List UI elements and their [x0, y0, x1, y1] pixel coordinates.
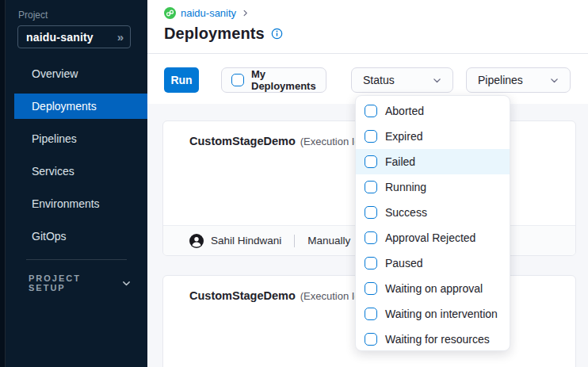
page-title: Deployments [164, 25, 265, 43]
status-filter-menu: Aborted Expired Failed Running Success A… [355, 95, 510, 351]
chevron-right-icon [241, 9, 250, 17]
status-option-success[interactable]: Success [356, 200, 510, 225]
pipeline-name: CustomStageDemo [189, 289, 296, 302]
project-selector-value: naidu-sanity [26, 31, 117, 44]
status-option-paused[interactable]: Paused [356, 250, 510, 276]
run-button[interactable]: Run [164, 67, 199, 93]
deployment-title: CustomStageDemo (Execution Id [189, 135, 361, 147]
status-checkbox[interactable] [365, 105, 377, 117]
double-chevron-right-icon[interactable]: » [117, 31, 124, 43]
sidebar: Project naidu-sanity » Overview Deployme… [0, 0, 147, 367]
project-setup-toggle[interactable]: PROJECT SETUP [29, 273, 132, 292]
project-label: Project [18, 10, 48, 21]
status-checkbox[interactable] [365, 257, 377, 270]
status-option-waiting-for-resources[interactable]: Waiting for resources [356, 327, 510, 352]
triggered-by-user: Sahil Hindwani [211, 235, 281, 247]
sidebar-item-environments[interactable]: Environments [14, 191, 147, 216]
status-checkbox[interactable] [365, 181, 377, 193]
deployment-title: CustomStageDemo (Execution Id [189, 289, 361, 302]
project-selector[interactable]: naidu-sanity » [17, 25, 131, 48]
trigger-type: Manually [307, 235, 350, 247]
status-checkbox[interactable] [365, 206, 377, 219]
sidebar-item-overview[interactable]: Overview [14, 61, 147, 86]
status-option-waiting-on-approval[interactable]: Waiting on approval [356, 276, 510, 301]
status-option-waiting-on-intervention[interactable]: Waiting on intervention [356, 301, 510, 327]
sidebar-item-gitops[interactable]: GitOps [14, 224, 147, 249]
status-option-running[interactable]: Running [356, 174, 510, 200]
status-checkbox[interactable] [365, 155, 377, 168]
sidebar-divider [26, 259, 127, 260]
chevron-down-icon [432, 75, 442, 86]
execution-id: (Execution Id [300, 290, 361, 302]
status-checkbox[interactable] [365, 282, 377, 295]
avatar-icon [189, 234, 204, 248]
status-filter-dropdown-button[interactable]: Status [351, 67, 453, 93]
status-checkbox[interactable] [365, 231, 377, 244]
project-link-icon [164, 7, 176, 19]
status-checkbox[interactable] [365, 130, 377, 143]
sidebar-item-services[interactable]: Services [14, 159, 147, 184]
status-checkbox[interactable] [365, 333, 377, 346]
pipelines-filter-dropdown-button[interactable]: Pipelines [466, 67, 571, 93]
chevron-down-icon [549, 75, 559, 86]
sidebar-item-deployments[interactable]: Deployments [14, 94, 147, 119]
status-option-failed[interactable]: Failed [356, 149, 510, 174]
page-header: naidu-sanity Deployments [147, 0, 588, 54]
breadcrumb-project-link[interactable]: naidu-sanity [181, 7, 236, 19]
pipeline-name: CustomStageDemo [189, 135, 296, 147]
breadcrumb: naidu-sanity [164, 7, 250, 19]
deployments-page: Project naidu-sanity » Overview Deployme… [0, 0, 588, 367]
status-checkbox[interactable] [365, 308, 377, 320]
title-row: Deployments [164, 25, 283, 43]
sidebar-item-pipelines[interactable]: Pipelines [14, 126, 147, 151]
execution-id: (Execution Id [300, 136, 361, 147]
info-icon[interactable] [271, 28, 283, 40]
my-deployments-toggle[interactable]: My Deployments [221, 67, 326, 93]
footer-divider [294, 235, 295, 247]
status-option-approval-rejected[interactable]: Approval Rejected [356, 225, 510, 250]
sidebar-nav: Overview Deployments Pipelines Services … [0, 61, 147, 256]
status-option-expired[interactable]: Expired [356, 124, 510, 149]
my-deployments-label: My Deployments [251, 68, 316, 92]
chevron-down-icon [121, 278, 132, 289]
my-deployments-checkbox[interactable] [231, 74, 244, 86]
status-option-aborted[interactable]: Aborted [356, 98, 510, 124]
